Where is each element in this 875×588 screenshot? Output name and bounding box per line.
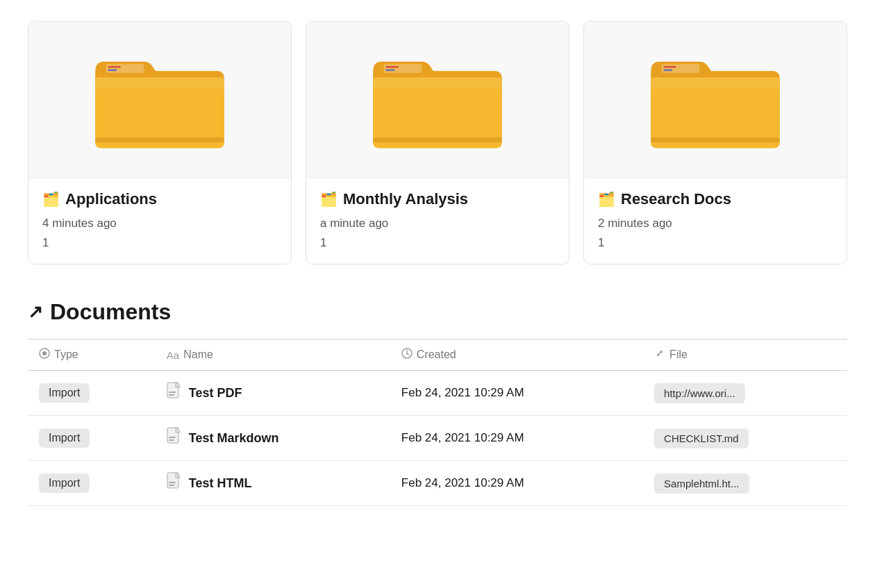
doc-icon-1 <box>167 427 182 449</box>
documents-header: ↗ Documents <box>28 299 847 325</box>
table-row[interactable]: Import Test HTML Feb 24, 2021 10:29 A <box>28 461 847 506</box>
name-cell-1: Test Markdown <box>167 427 379 449</box>
folder-title-applications: 🗂️ Applications <box>42 190 277 208</box>
name-col-label: Name <box>183 348 213 361</box>
file-badge-2: Samplehtml.ht... <box>654 473 749 494</box>
folder-card-applications[interactable]: 🗂️ Applications 4 minutes ago 1 <box>28 21 292 264</box>
table-row[interactable]: Import Test Markdown Feb 24, 2021 10: <box>28 416 847 461</box>
svg-rect-16 <box>651 77 779 88</box>
folder-time-research-docs: 2 minutes ago <box>598 217 833 230</box>
cell-created-0: Feb 24, 2021 10:29 AM <box>390 371 643 416</box>
folder-info-monthly-analysis: 🗂️ Monthly Analysis a minute ago 1 <box>306 178 569 264</box>
cell-name-2: Test HTML <box>156 461 390 506</box>
cell-name-0: Test PDF <box>156 371 390 416</box>
col-file: File <box>643 339 847 371</box>
folder-card-research-docs[interactable]: 🗂️ Research Docs 2 minutes ago 1 <box>583 21 847 264</box>
doc-name-2: Test HTML <box>189 476 252 491</box>
doc-name-0: Test PDF <box>189 386 242 401</box>
svg-rect-31 <box>169 439 174 441</box>
cell-file-1: CHECKLIST.md <box>643 416 847 461</box>
cell-type-0: Import <box>28 371 156 416</box>
svg-rect-34 <box>169 485 174 486</box>
type-badge-1: Import <box>39 428 90 448</box>
type-badge-0: Import <box>39 383 90 403</box>
folder-title-monthly-analysis: 🗂️ Monthly Analysis <box>320 190 555 208</box>
svg-rect-11 <box>385 66 398 68</box>
svg-rect-2 <box>95 77 224 88</box>
folder-time-applications: 4 minutes ago <box>42 217 277 230</box>
svg-rect-20 <box>651 137 779 142</box>
cell-name-1: Test Markdown <box>156 416 390 461</box>
file-badge-0: http://www.ori... <box>654 383 745 403</box>
documents-link-icon[interactable]: ↗ <box>28 301 43 323</box>
doc-icon-2 <box>167 472 182 494</box>
name-col-icon: Aa <box>167 349 179 361</box>
folder-info-applications: 🗂️ Applications 4 minutes ago 1 <box>28 178 291 264</box>
type-col-label: Type <box>54 348 78 361</box>
folder-emoji-monthly-analysis: 🗂️ <box>320 191 338 208</box>
svg-rect-5 <box>108 69 117 72</box>
svg-rect-28 <box>169 394 174 396</box>
file-col-label: File <box>669 348 688 361</box>
folder-image-applications <box>28 22 291 178</box>
documents-table: Type Aa Name <box>28 339 847 506</box>
folder-name-applications: Applications <box>65 190 157 208</box>
table-row[interactable]: Import Test PDF Feb 24, 2021 10:29 AM <box>28 371 847 416</box>
svg-rect-3 <box>106 64 144 73</box>
folder-name-research-docs: Research Docs <box>621 190 731 208</box>
cell-type-1: Import <box>28 416 156 461</box>
file-col-icon <box>654 348 665 362</box>
doc-name-1: Test Markdown <box>189 431 279 446</box>
folder-grid: 🗂️ Applications 4 minutes ago 1 <box>28 21 847 264</box>
col-created: Created <box>390 339 643 371</box>
svg-rect-19 <box>663 69 672 72</box>
folder-name-monthly-analysis: Monthly Analysis <box>343 190 468 208</box>
folder-count-monthly-analysis: 1 <box>320 236 555 250</box>
cell-created-1: Feb 24, 2021 10:29 AM <box>390 416 643 461</box>
doc-icon-0 <box>167 382 182 404</box>
svg-rect-33 <box>169 482 176 483</box>
name-cell-2: Test HTML <box>167 472 379 494</box>
folder-title-research-docs: 🗂️ Research Docs <box>598 190 833 208</box>
svg-rect-17 <box>662 64 700 73</box>
svg-rect-27 <box>169 392 176 393</box>
svg-rect-6 <box>95 137 224 142</box>
svg-rect-12 <box>385 69 394 72</box>
svg-line-25 <box>407 354 409 355</box>
col-type: Type <box>28 339 156 371</box>
folder-info-research-docs: 🗂️ Research Docs 2 minutes ago 1 <box>584 178 847 264</box>
created-col-icon <box>401 348 412 362</box>
folder-count-applications: 1 <box>42 236 277 250</box>
type-col-icon <box>39 348 50 362</box>
svg-rect-30 <box>169 437 176 438</box>
documents-title: Documents <box>50 299 171 325</box>
folder-card-monthly-analysis[interactable]: 🗂️ Monthly Analysis a minute ago 1 <box>306 21 569 264</box>
name-cell-0: Test PDF <box>167 382 379 404</box>
cell-file-2: Samplehtml.ht... <box>643 461 847 506</box>
file-badge-1: CHECKLIST.md <box>654 428 749 448</box>
created-col-label: Created <box>417 348 456 361</box>
svg-rect-18 <box>663 66 676 68</box>
documents-section: ↗ Documents Type <box>28 299 847 506</box>
svg-point-22 <box>42 351 47 355</box>
folder-image-research-docs <box>584 22 847 178</box>
folder-image-monthly-analysis <box>306 22 569 178</box>
type-badge-2: Import <box>39 473 90 493</box>
folder-emoji-research-docs: 🗂️ <box>598 191 615 208</box>
col-name: Aa Name <box>156 339 390 371</box>
folder-count-research-docs: 1 <box>598 236 833 250</box>
svg-rect-9 <box>373 77 501 88</box>
cell-file-0: http://www.ori... <box>643 371 847 416</box>
folder-emoji-applications: 🗂️ <box>42 191 60 208</box>
cell-type-2: Import <box>28 461 156 506</box>
folder-time-monthly-analysis: a minute ago <box>320 217 555 230</box>
svg-rect-13 <box>373 137 501 142</box>
cell-created-2: Feb 24, 2021 10:29 AM <box>390 461 643 506</box>
svg-rect-10 <box>384 64 422 73</box>
svg-rect-4 <box>108 66 120 68</box>
